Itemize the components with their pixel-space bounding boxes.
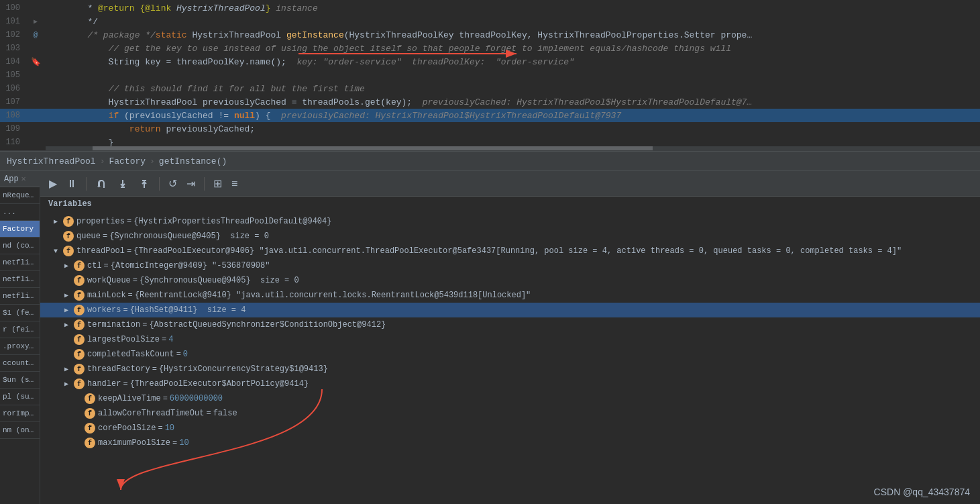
expand-threadfactory[interactable]: ▶ [64,365,74,373]
code-line-102: 102 @ /* package */static HystrixThreadP… [0,28,980,42]
expand-properties[interactable]: ▶ [54,217,63,225]
debug-toolbar: ▶ ⏸ ↺ ⇥ ⊞ ≡ [40,171,980,197]
var-name-threadpool: threadPool [76,246,125,256]
var-val-keepalivetime: 60000000000 [170,394,223,403]
code-line-105: 105 [0,68,980,82]
sidebar-item-9[interactable]: .proxy)… [0,338,40,355]
expand-handler[interactable]: ▶ [64,380,74,388]
debug-tab-app[interactable]: App ✕ [0,171,40,187]
step-into-btn[interactable] [113,176,132,192]
var-name-keepalivetime: keepAliveTime [98,394,161,403]
var-val-workers: {HashSet@9411} size = 4 [130,305,246,315]
line-num-107: 107 [0,97,25,107]
sidebar-item-factory[interactable]: Factory [0,221,40,238]
code-line-106: 106 // this should find it for all but t… [0,82,980,95]
var-val-properties: {HystrixPropertiesThreadPoolDefault@9404… [133,217,331,226]
var-row-threadpool[interactable]: ▼ f threadPool = {ThreadPoolExecutor@940… [40,244,980,258]
step-out-btn[interactable] [135,176,154,192]
expand-corepoolsize [75,425,85,432]
var-eq-completedtaskcount: = [176,350,181,359]
var-row-handler[interactable]: ▶ f handler = {ThreadPoolExecutor$AbortP… [40,376,980,391]
var-name-maximumpoolsize: maximumPoolSize [98,438,170,448]
line-num-101: 101 [0,17,25,26]
field-icon-keepalivetime: f [85,393,95,404]
var-row-keepalivetime[interactable]: f keepAliveTime = 60000000000 [40,391,980,406]
gutter-104: 🔖 [25,57,46,67]
evaluate-btn[interactable]: ⇥ [183,175,199,192]
sidebar-item-7[interactable]: $1 (feig… [0,305,40,321]
restore-layout-btn[interactable]: ⊞ [210,175,225,192]
sidebar-item-13[interactable]: rorImpl… [0,405,40,422]
field-icon-threadfactory: f [74,364,85,374]
var-row-termination[interactable]: ▶ f termination = {AbstractQueuedSynchro… [40,317,980,332]
sidebar-item-8[interactable]: r (feign.… [0,321,40,338]
field-icon-maximumpoolsize: f [85,438,95,448]
var-row-properties[interactable]: ▶ f properties = {HystrixPropertiesThrea… [40,214,980,229]
sidebar-item-0[interactable]: nRequestInterceptor [0,187,40,204]
code-line-100: 100 * @return {@link HystrixThreadPool} … [0,1,980,15]
resume-btn[interactable]: ▶ [46,175,60,192]
var-eq-handler: = [123,379,127,389]
sidebar-item-10[interactable]: ccount)… [0,355,40,372]
expand-mainlock[interactable]: ▶ [64,291,74,299]
app-tab-label: App [4,174,19,184]
var-row-threadfactory[interactable]: ▶ f threadFactory = {HystrixConcurrencyS… [40,362,980,376]
sidebar-item-4[interactable]: netflix.f… [0,254,40,271]
field-icon-ctl: f [74,260,85,271]
line-num-106: 106 [0,84,25,93]
var-name-ctl: ctl [87,261,102,270]
close-tab-icon[interactable]: ✕ [21,174,26,184]
expand-ctl[interactable]: ▶ [64,262,74,270]
expand-threadpool[interactable]: ▼ [54,248,63,255]
var-row-allowcorethreadtimeout[interactable]: f allowCoreThreadTimeOut = false [40,406,980,421]
var-eq-largespoolsize: = [162,335,166,344]
expand-queue [54,233,63,240]
var-val-maximumpoolsize: 10 [179,438,188,448]
var-eq-termination: = [142,320,147,330]
line-content-103: // get the key to use instead of using t… [46,44,973,54]
variables-panel[interactable]: ▶ f properties = {HystrixPropertiesThrea… [40,211,980,504]
sidebar-item-6[interactable]: netflix.hy… [0,288,40,305]
var-row-queue[interactable]: f queue = {SynchronousQueue@9405} size =… [40,229,980,244]
var-row-mainlock[interactable]: ▶ f mainLock = {ReentrantLock@9410} "jav… [40,288,980,303]
expand-keepalivetime [75,395,85,403]
sidebar-item-12[interactable]: pl (sun.… [0,389,40,405]
breadcrumb-bar: HystrixThreadPool › Factory › getInstanc… [0,151,980,171]
var-row-largespoolsize[interactable]: f largestPoolSize = 4 [40,332,980,347]
line-content-104: String key = threadPoolKey.name(); key: … [46,57,973,67]
editor-scrollbar-thumb [93,146,653,150]
var-row-ctl[interactable]: ▶ f ctl = {AtomicInteger@9409} "-5368709… [40,258,980,273]
line-content-102: /* package */static HystrixThreadPool ge… [46,30,973,40]
pause-btn[interactable]: ⏸ [63,176,80,192]
line-content-107: HystrixThreadPool previouslyCached = thr… [46,97,973,107]
debug-main: ▶ ⏸ ↺ ⇥ ⊞ ≡ Variables [40,171,980,504]
line-num-109: 109 [0,124,25,134]
sidebar-item-14[interactable]: nm (on… [0,422,40,439]
line-num-104: 104 [0,57,25,66]
expand-termination[interactable]: ▶ [64,321,74,329]
var-row-corepoolsize[interactable]: f corePoolSize = 10 [40,421,980,436]
var-eq-queue: = [103,232,107,241]
editor-scrollbar[interactable] [46,146,980,150]
var-eq-workers: = [123,305,127,315]
toolbar-sep-3 [204,177,205,191]
run-cursor-btn[interactable]: ↺ [165,175,180,192]
var-row-completedtaskcount[interactable]: f completedTaskCount = 0 [40,347,980,362]
sidebar-item-5[interactable]: netflix.hy… [0,271,40,288]
breadcrumb-sep-2: › [150,156,155,166]
var-row-workqueue[interactable]: f workQueue = {SynchronousQueue@9405} si… [40,273,980,288]
var-name-completedtaskcount: completedTaskCount [87,350,174,359]
gutter-102: @ [25,31,46,39]
step-over-btn[interactable] [92,176,111,192]
var-row-workers[interactable]: ▶ f workers = {HashSet@9411} size = 4 [40,303,980,317]
breadcrumb-getinstance: getInstance() [159,156,227,166]
sidebar-item-3[interactable]: nd (co… [0,238,40,254]
var-val-largespoolsize: 4 [168,335,173,344]
sidebar-item-11[interactable]: $un (sun… [0,372,40,389]
expand-workers[interactable]: ▶ [64,306,74,314]
settings-btn[interactable]: ≡ [228,176,241,192]
var-val-threadpool: {ThreadPoolExecutor@9406} "java.util.con… [133,246,902,256]
line-content-101: */ [46,17,973,27]
sidebar-item-1[interactable]: ... [0,204,40,221]
var-row-maximumpoolsize[interactable]: f maximumPoolSize = 10 [40,436,980,450]
